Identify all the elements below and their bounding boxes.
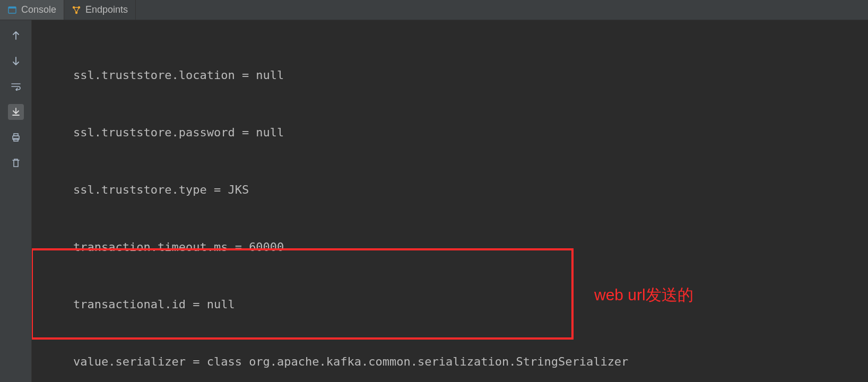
scroll-up-button[interactable] <box>8 28 24 44</box>
tab-console-label: Console <box>21 4 56 15</box>
print-button[interactable] <box>8 129 24 145</box>
console-icon <box>7 5 17 15</box>
config-line: value.serializer = class org.apache.kafk… <box>38 352 862 371</box>
endpoints-icon <box>72 5 81 15</box>
svg-rect-1 <box>8 7 16 8</box>
tab-endpoints-label: Endpoints <box>85 4 128 15</box>
tab-console[interactable]: Console <box>0 0 64 20</box>
config-line: transaction.timeout.ms = 60000 <box>38 238 862 257</box>
console-body: ssl.truststore.location = null ssl.trust… <box>0 20 868 382</box>
config-line: ssl.truststore.password = null <box>38 123 862 142</box>
console-output[interactable]: ssl.truststore.location = null ssl.trust… <box>32 20 868 382</box>
config-line: ssl.truststore.location = null <box>38 66 862 85</box>
clear-button[interactable] <box>8 155 24 171</box>
tab-bar: Console Endpoints <box>0 0 868 20</box>
ide-run-panel: Console Endpoints <box>0 0 868 382</box>
config-line: transactional.id = null <box>38 295 862 314</box>
svg-rect-6 <box>14 134 18 136</box>
console-toolbar <box>0 20 32 382</box>
highlight-box <box>32 248 574 340</box>
tab-endpoints[interactable]: Endpoints <box>64 0 136 20</box>
scroll-down-button[interactable] <box>8 53 24 69</box>
soft-wrap-button[interactable] <box>8 79 24 94</box>
config-line: ssl.truststore.type = JKS <box>38 180 862 199</box>
scroll-to-end-button[interactable] <box>8 104 24 120</box>
